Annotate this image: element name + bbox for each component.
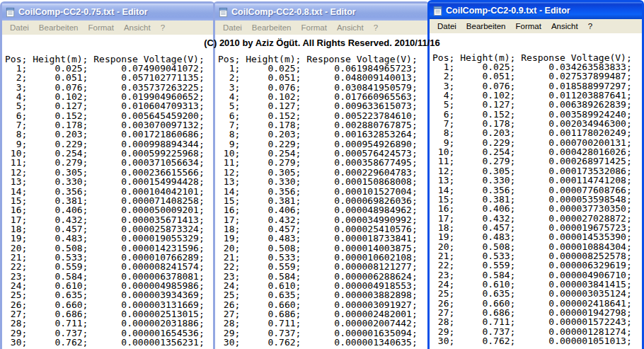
- menu-help[interactable]: ?: [156, 22, 170, 33]
- menu-datei[interactable]: Datei: [218, 22, 247, 33]
- menu-format[interactable]: Format: [296, 22, 331, 33]
- text-editor-area[interactable]: Pos; Height(m); Response Voltage(V); 1; …: [2, 35, 213, 349]
- window-coilcomp-0-8: CoilComp-CC2-0.8.txt - Editor Datei Bear…: [213, 1, 430, 349]
- window-coilcomp-0-75: CoilComp-CC2-0.75.txt - Editor Datei Bea…: [0, 1, 215, 349]
- menu-help[interactable]: ?: [369, 22, 383, 33]
- menu-datei[interactable]: Datei: [432, 21, 461, 32]
- menu-format[interactable]: Format: [510, 21, 546, 32]
- menu-help[interactable]: ?: [583, 21, 597, 32]
- desktop: CoilComp-CC2-0.75.txt - Editor Datei Bea…: [0, 0, 644, 349]
- window-title: CoilComp-CC2-0.8.txt - Editor: [231, 7, 356, 17]
- window-title: CoilComp-CC2-0.75.txt - Editor: [18, 7, 148, 17]
- window-title: CoilComp-CC2-0.9.txt - Editor: [446, 6, 570, 16]
- menu-bearbeiten[interactable]: Bearbeiten: [34, 22, 84, 33]
- menu-datei[interactable]: Datei: [5, 22, 34, 33]
- window-coilcomp-0-9: CoilComp-CC2-0.9.txt - Editor Datei Bear…: [427, 0, 644, 349]
- notepad-icon[interactable]: [218, 7, 229, 18]
- menu-ansicht[interactable]: Ansicht: [546, 21, 583, 32]
- file-text: Pos; Height(m); Response Voltage(V); 1; …: [430, 33, 642, 345]
- notepad-icon[interactable]: [432, 6, 443, 16]
- file-text: Pos; Height(m); Response Voltage(V); 1; …: [215, 35, 427, 347]
- notepad-icon[interactable]: [5, 7, 16, 18]
- menubar: Datei Bearbeiten Format Ansicht ?: [215, 21, 427, 35]
- menu-ansicht[interactable]: Ansicht: [119, 22, 156, 33]
- menu-format[interactable]: Format: [83, 22, 118, 33]
- titlebar[interactable]: CoilComp-CC2-0.75.txt - Editor: [2, 4, 213, 21]
- menu-ansicht[interactable]: Ansicht: [332, 22, 369, 33]
- menu-bearbeiten[interactable]: Bearbeiten: [247, 22, 297, 33]
- menubar: Datei Bearbeiten Format Ansicht ?: [2, 21, 213, 35]
- menu-bearbeiten[interactable]: Bearbeiten: [461, 21, 511, 32]
- titlebar[interactable]: CoilComp-CC2-0.8.txt - Editor: [215, 4, 427, 21]
- titlebar[interactable]: CoilComp-CC2-0.9.txt - Editor: [430, 2, 642, 19]
- menubar: Datei Bearbeiten Format Ansicht ?: [430, 19, 642, 33]
- text-editor-area[interactable]: Pos; Height(m); Response Voltage(V); 1; …: [215, 35, 427, 349]
- file-text: Pos; Height(m); Response Voltage(V); 1; …: [2, 35, 213, 347]
- text-editor-area[interactable]: Pos; Height(m); Response Voltage(V); 1; …: [430, 33, 642, 349]
